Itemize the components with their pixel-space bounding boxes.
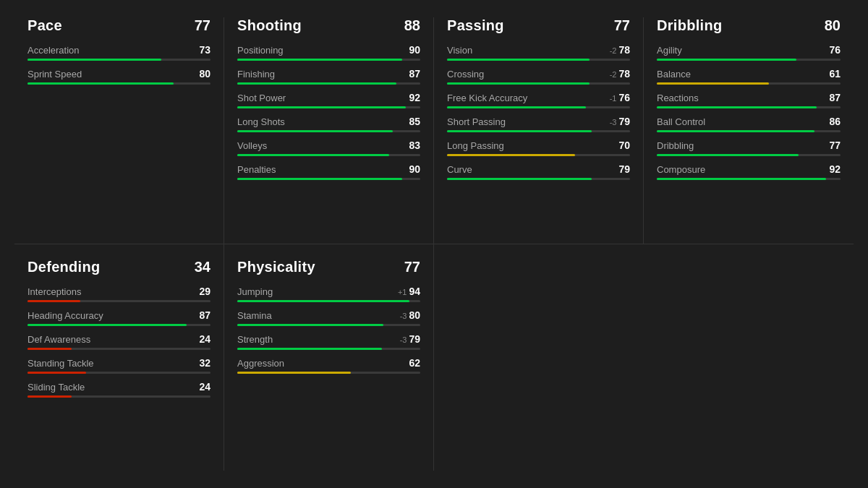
stat-name: Sprint Speed — [27, 69, 82, 80]
stat-bar-fill — [447, 59, 590, 61]
stat-row: Sprint Speed80 — [27, 68, 210, 80]
stat-value-wrapper: -379 — [400, 333, 420, 345]
stat-row: Volleys83 — [237, 140, 420, 151]
stat-item: Sliding Tackle24 — [27, 381, 210, 398]
stat-bar-fill — [27, 59, 161, 61]
stat-value-wrapper: 79 — [618, 163, 630, 175]
stat-bar — [657, 154, 841, 156]
stat-bar-fill — [447, 130, 592, 132]
stat-value: 80 — [409, 309, 420, 321]
stat-row: Sliding Tackle24 — [27, 381, 210, 393]
group-defending: Defending34Interceptions29Heading Accura… — [14, 244, 224, 471]
group-header-physicality: Physicality77 — [237, 259, 420, 275]
group-pace: Pace77Acceleration73Sprint Speed80 — [14, 17, 224, 244]
stat-bar — [657, 59, 841, 61]
stat-value: 77 — [829, 140, 841, 151]
stat-value-wrapper: 80 — [199, 68, 210, 80]
stat-bar — [657, 130, 841, 132]
stat-value-wrapper: 87 — [829, 92, 841, 103]
stat-bar-fill — [237, 59, 402, 61]
stat-row: Aggression62 — [237, 357, 420, 369]
stat-name: Agility — [657, 45, 682, 56]
stat-value: 24 — [199, 333, 210, 345]
stat-bar — [237, 300, 420, 302]
stat-name: Stamina — [237, 310, 272, 321]
stat-row: Reactions87 — [657, 92, 841, 103]
group-header-passing: Passing77 — [447, 17, 630, 34]
stat-value-wrapper: 29 — [199, 286, 210, 297]
stat-value-wrapper: +194 — [398, 286, 420, 297]
stat-diff: -3 — [610, 118, 617, 127]
stat-item: Long Shots85 — [237, 116, 420, 132]
stat-bar — [447, 178, 630, 180]
stat-bar-fill — [237, 130, 393, 132]
stat-value: 76 — [829, 44, 841, 56]
stat-item: Penalties90 — [237, 163, 420, 180]
stat-value-wrapper: -176 — [610, 92, 630, 103]
stat-row: Heading Accuracy87 — [27, 309, 210, 321]
stat-value: 90 — [409, 44, 420, 56]
group-score-physicality: 77 — [404, 259, 420, 275]
group-header-pace: Pace77 — [27, 17, 210, 34]
stat-value: 87 — [409, 68, 420, 80]
stat-value-wrapper: 70 — [618, 140, 630, 151]
stat-name: Jumping — [237, 286, 273, 297]
stat-bar — [237, 372, 420, 374]
stat-bar-fill — [657, 106, 817, 108]
stat-value-wrapper: 87 — [409, 68, 420, 80]
stat-bar-fill — [27, 395, 72, 398]
stat-value: 79 — [409, 333, 420, 345]
stat-row: Acceleration73 — [27, 44, 210, 56]
stat-row: Penalties90 — [237, 163, 420, 175]
stat-bar-fill — [237, 372, 351, 374]
stat-bar — [237, 178, 420, 180]
stat-value: 62 — [409, 357, 420, 369]
stat-value-wrapper: 24 — [199, 381, 210, 393]
stat-value-wrapper: 86 — [829, 116, 841, 127]
group-title-pace: Pace — [27, 17, 62, 34]
stat-bar — [657, 178, 841, 180]
stat-item: Acceleration73 — [27, 44, 210, 61]
stat-diff: -3 — [400, 312, 407, 320]
stat-bar-fill — [27, 82, 174, 85]
group-passing: Passing77Vision-278Crossing-278Free Kick… — [434, 17, 644, 244]
stat-item: Reactions87 — [657, 92, 841, 108]
stat-value: 87 — [199, 309, 210, 321]
stat-value-wrapper: 90 — [409, 163, 420, 175]
group-title-physicality: Physicality — [237, 259, 315, 275]
stat-name: Acceleration — [27, 45, 80, 56]
stat-item: Standing Tackle32 — [27, 357, 210, 374]
stat-row: Jumping+194 — [237, 286, 420, 297]
stat-item: Volleys83 — [237, 140, 420, 156]
stat-value: 92 — [409, 92, 420, 103]
stat-bar-fill — [447, 154, 575, 156]
stat-value-wrapper: 76 — [829, 44, 841, 56]
stat-item: Free Kick Accuracy-176 — [447, 92, 630, 108]
stat-name: Volleys — [237, 140, 267, 151]
stat-item: Strength-379 — [237, 333, 420, 350]
stat-value: 87 — [829, 92, 841, 103]
stat-bar — [27, 395, 210, 398]
stat-row: Long Passing70 — [447, 140, 630, 151]
stat-row: Def Awareness24 — [27, 333, 210, 345]
stat-value: 78 — [618, 44, 630, 56]
stat-item: Stamina-380 — [237, 309, 420, 326]
stat-bar-fill — [237, 154, 389, 156]
stat-bar — [27, 300, 210, 302]
stat-name: Composure — [657, 164, 705, 175]
stat-name: Strength — [237, 334, 273, 345]
stat-diff: +1 — [398, 288, 407, 296]
stat-name: Balance — [657, 69, 691, 80]
stat-value: 79 — [618, 116, 630, 127]
stat-value-wrapper: 77 — [829, 140, 841, 151]
stat-item: Finishing87 — [237, 68, 420, 85]
stat-row: Free Kick Accuracy-176 — [447, 92, 630, 103]
stat-item: Crossing-278 — [447, 68, 630, 85]
stat-bar — [237, 348, 420, 350]
stat-name: Reactions — [657, 93, 699, 103]
stat-row: Long Shots85 — [237, 116, 420, 127]
stat-name: Sliding Tackle — [27, 382, 85, 393]
stat-bar — [27, 59, 210, 61]
stat-item: Vision-278 — [447, 44, 630, 61]
stat-value-wrapper: 92 — [829, 163, 841, 175]
